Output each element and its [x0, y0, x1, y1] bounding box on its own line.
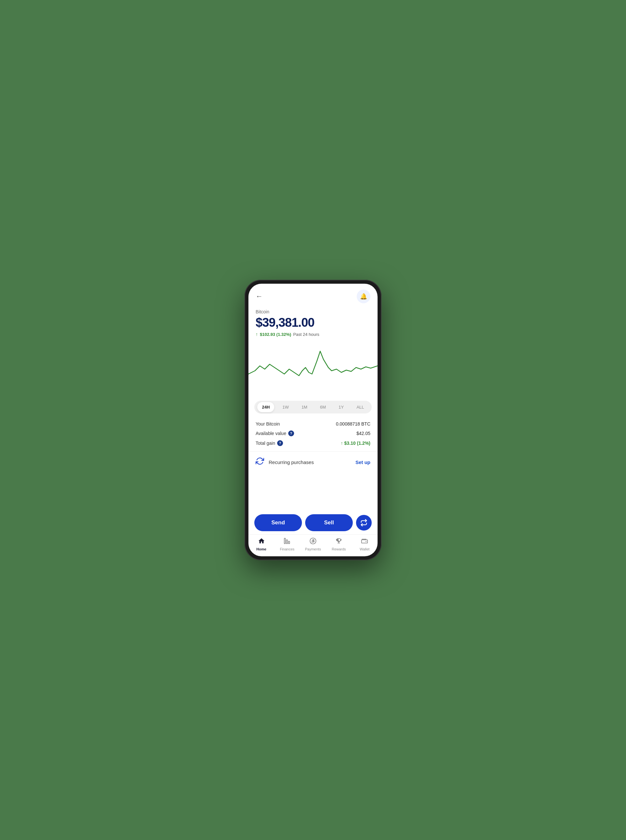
time-btn-24h[interactable]: 24H: [257, 402, 274, 412]
bitcoin-balance-row: Your Bitcoin 0.00088718 BTC: [256, 421, 370, 427]
setup-button[interactable]: Set up: [355, 460, 370, 465]
up-arrow-icon: ↑: [256, 332, 258, 337]
time-btn-1m[interactable]: 1M: [297, 402, 312, 412]
nav-item-payments[interactable]: $ Payments: [304, 537, 322, 551]
bitcoin-balance-value: 0.00088718 BTC: [336, 421, 370, 427]
sell-button[interactable]: Sell: [305, 514, 353, 531]
nav-label-rewards: Rewards: [332, 547, 346, 551]
bitcoin-balance-label: Your Bitcoin: [256, 421, 280, 427]
header: ← 🔔: [249, 284, 377, 307]
send-button[interactable]: Send: [254, 514, 302, 531]
nav-item-wallet[interactable]: Wallet: [355, 537, 374, 551]
coin-name: Bitcoin: [256, 309, 370, 314]
price-change-amount: $102.93 (1.32%): [260, 332, 291, 337]
nav-item-rewards[interactable]: Rewards: [330, 537, 348, 551]
nav-item-finances[interactable]: Finances: [278, 537, 296, 551]
svg-point-5: [366, 541, 367, 542]
time-btn-1y[interactable]: 1Y: [334, 402, 349, 412]
available-value-row: Available value ? $42.05: [256, 430, 370, 436]
change-period: Past 24 hours: [293, 332, 319, 337]
swap-button[interactable]: [356, 515, 372, 530]
time-btn-1w[interactable]: 1W: [278, 402, 293, 412]
back-button[interactable]: ←: [256, 292, 263, 301]
bottom-nav: Home Finances: [249, 535, 377, 556]
time-btn-all[interactable]: ALL: [352, 402, 368, 412]
action-buttons: Send Sell: [249, 510, 377, 535]
phone-device: ← 🔔 Bitcoin $39,381.00 ↑ $102.93 (1.32%)…: [244, 280, 382, 560]
total-gain-row: Total gain ? ↑ $3.10 (1.2%): [256, 440, 370, 446]
nav-label-finances: Finances: [280, 547, 294, 551]
price-chart: [249, 341, 377, 398]
rewards-icon: [335, 537, 342, 546]
nav-label-wallet: Wallet: [360, 547, 369, 551]
recurring-section: Recurring purchases Set up: [249, 452, 377, 472]
stats-section: Your Bitcoin 0.00088718 BTC Available va…: [249, 416, 377, 451]
payments-icon: $: [310, 537, 316, 546]
available-value-help-icon[interactable]: ?: [288, 430, 294, 436]
bell-icon: 🔔: [360, 293, 367, 300]
total-gain-help-icon[interactable]: ?: [277, 440, 283, 446]
svg-rect-0: [284, 538, 286, 544]
nav-item-home[interactable]: Home: [252, 537, 271, 551]
svg-rect-1: [286, 540, 288, 544]
svg-rect-2: [288, 541, 290, 544]
finances-icon: [284, 537, 291, 546]
price-change-row: ↑ $102.93 (1.32%) Past 24 hours: [256, 332, 370, 337]
nav-label-payments: Payments: [305, 547, 321, 551]
available-value-label: Available value ?: [256, 430, 294, 436]
home-icon: [258, 537, 265, 546]
time-btn-6m[interactable]: 6M: [316, 402, 330, 412]
recurring-icon: [256, 457, 264, 467]
coin-price: $39,381.00: [256, 316, 370, 330]
price-section: Bitcoin $39,381.00 ↑ $102.93 (1.32%) Pas…: [249, 307, 377, 341]
svg-text:$: $: [312, 539, 314, 543]
available-value-amount: $42.05: [356, 431, 370, 436]
notification-button[interactable]: 🔔: [357, 289, 370, 303]
recurring-label: Recurring purchases: [269, 460, 351, 465]
wallet-icon: [361, 537, 368, 546]
phone-screen: ← 🔔 Bitcoin $39,381.00 ↑ $102.93 (1.32%)…: [249, 284, 377, 556]
total-gain-value: ↑ $3.10 (1.2%): [341, 441, 370, 446]
nav-label-home: Home: [256, 547, 266, 551]
time-selector: 24H 1W 1M 6M 1Y ALL: [254, 401, 372, 413]
total-gain-label: Total gain ?: [256, 440, 283, 446]
